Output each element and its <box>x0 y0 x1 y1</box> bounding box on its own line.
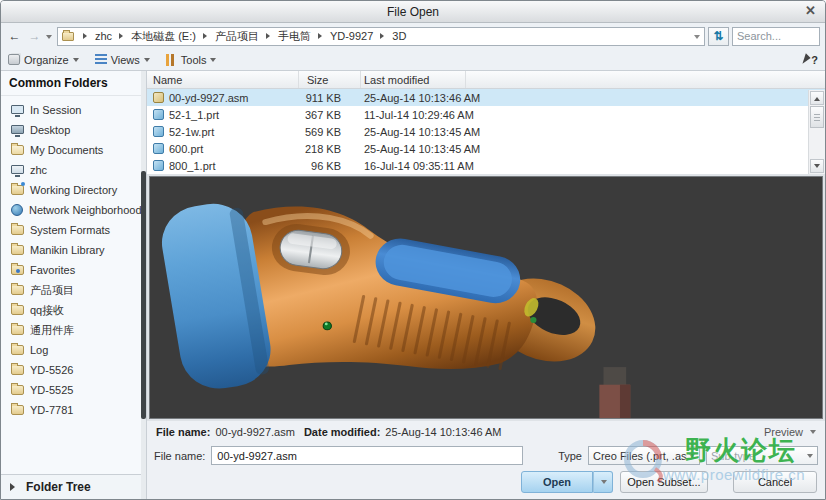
table-scrollbar[interactable] <box>808 90 825 174</box>
preview-3d-viewport[interactable] <box>149 176 823 419</box>
close-icon[interactable]: ✕ <box>805 4 816 18</box>
sidebar-item[interactable]: YD-5525 <box>1 380 146 400</box>
open-options-caret[interactable] <box>593 471 613 493</box>
breadcrumb-segment[interactable]: 3D <box>373 30 406 42</box>
subtype-dropdown[interactable]: Sub-type <box>706 446 818 465</box>
sidebar-scrollbar-thumb[interactable] <box>141 171 146 419</box>
column-header-modified[interactable]: Last modified <box>361 71 466 88</box>
views-icon <box>95 54 107 65</box>
file-table: Name Size Last modified 00-yd-9927.asm 9… <box>147 71 825 174</box>
preview-toggle[interactable]: Preview <box>764 426 816 438</box>
history-caret-icon[interactable] <box>46 35 52 42</box>
search-input[interactable] <box>732 27 820 46</box>
sidebar-item-icon <box>11 285 24 295</box>
table-row[interactable]: 52-1_1.prt 367 KB 11-Jul-14 10:29:46 AM <box>147 106 825 123</box>
sidebar-item[interactable]: In Session <box>1 100 146 120</box>
file-type-icon <box>153 92 164 103</box>
sidebar-item[interactable]: Manikin Library <box>1 240 146 260</box>
back-arrow-icon[interactable]: ← <box>6 28 23 45</box>
sidebar-item[interactable]: 产品项目 <box>1 280 146 300</box>
sidebar-item[interactable]: qq接收 <box>1 300 146 320</box>
sidebar-item-icon <box>11 165 24 174</box>
preview-frame <box>147 174 825 421</box>
table-header: Name Size Last modified <box>147 71 825 89</box>
type-dropdown[interactable]: Creo Files (.prt, .asm <box>588 446 700 465</box>
tools-menu[interactable]: Tools <box>166 54 217 66</box>
sidebar-item-icon <box>11 105 24 114</box>
open-subset-button[interactable]: Open Subset... <box>620 471 708 493</box>
organize-menu[interactable]: Organize <box>8 54 79 66</box>
sidebar-item[interactable]: System Formats <box>1 220 146 240</box>
breadcrumb-separator-icon <box>318 33 325 39</box>
sidebar-item-icon <box>11 204 23 216</box>
column-header-name[interactable]: Name <box>147 71 299 88</box>
sidebar-item[interactable]: 通用件库 <box>1 320 146 340</box>
buttons-row: Open Open Subset... Cancel <box>147 469 825 499</box>
filename-input[interactable] <box>211 446 523 465</box>
breadcrumb-segment[interactable]: 本地磁盘 (E:) <box>112 29 196 44</box>
breadcrumb-separator-icon <box>119 33 126 39</box>
sidebar-item[interactable]: YD-5526 <box>1 360 146 380</box>
refresh-icon[interactable]: ⇅ <box>708 27 729 46</box>
sidebar-item-icon <box>11 265 24 275</box>
sidebar-item[interactable]: Favorites <box>1 260 146 280</box>
context-help-icon[interactable]: ? <box>804 54 818 66</box>
sidebar-item-icon <box>11 225 24 235</box>
breadcrumb-segment[interactable]: zhc <box>76 30 112 42</box>
views-menu[interactable]: Views <box>95 54 150 66</box>
toolbar: Organize Views Tools ? <box>1 49 825 71</box>
title-bar[interactable]: File Open ✕ <box>1 1 825 23</box>
sidebar-item[interactable]: Network Neighborhood <box>1 200 146 220</box>
sidebar-item[interactable]: Desktop <box>1 120 146 140</box>
selected-file-name: 00-yd-9927.asm <box>215 426 295 438</box>
dialog-body: Common Folders In Session Desktop <box>1 71 825 499</box>
column-header-filler <box>466 71 825 88</box>
table-row[interactable]: 52-1w.prt 569 KB 25-Aug-14 10:13:45 AM <box>147 123 825 140</box>
sidebar-header: Common Folders <box>1 71 146 96</box>
address-bar: ← → zhc 本地磁盘 (E:) <box>1 23 825 49</box>
address-dropdown-caret-icon[interactable] <box>694 35 700 42</box>
table-row[interactable]: 00-yd-9927.asm 911 KB 25-Aug-14 10:13:46… <box>147 89 825 106</box>
sidebar-item[interactable]: Log <box>1 340 146 360</box>
sidebar-item[interactable]: Working Directory <box>1 180 146 200</box>
sidebar: Common Folders In Session Desktop <box>1 71 147 499</box>
flashlight-3d-model <box>150 177 822 418</box>
cancel-button[interactable]: Cancel <box>733 471 817 493</box>
sidebar-item-icon <box>11 325 24 335</box>
table-row[interactable]: 800_1.prt 96 KB 16-Jul-14 09:35:11 AM <box>147 157 825 174</box>
chevron-down-icon <box>810 430 816 437</box>
forward-arrow-icon[interactable]: → <box>26 28 43 45</box>
open-button[interactable]: Open <box>521 471 593 493</box>
sidebar-item[interactable]: My Documents <box>1 140 146 160</box>
selected-file-date: 25-Aug-14 10:13:46 AM <box>385 426 501 438</box>
chevron-down-icon <box>144 58 150 65</box>
scroll-down-icon[interactable] <box>810 159 824 173</box>
folder-icon <box>62 32 74 41</box>
sidebar-scrollbar[interactable] <box>141 71 146 499</box>
dialog-title: File Open <box>387 5 439 19</box>
sidebar-item-icon <box>11 345 24 355</box>
table-scrollbar-thumb[interactable] <box>810 106 824 128</box>
chevron-down-icon <box>73 58 79 65</box>
table-row[interactable]: 600.prt 218 KB 25-Aug-14 10:13:45 AM <box>147 140 825 157</box>
folder-tree-toggle[interactable]: Folder Tree <box>1 474 146 499</box>
file-type-icon <box>153 143 164 154</box>
scroll-up-icon[interactable] <box>810 91 824 105</box>
breadcrumb-separator-icon <box>266 33 273 39</box>
breadcrumb-segment[interactable]: YD-9927 <box>311 30 373 42</box>
sidebar-item-icon <box>11 125 24 134</box>
file-open-dialog: File Open ✕ ← → zhc 本地磁盘 (E:) <box>0 0 826 500</box>
filename-row: File name: Type Creo Files (.prt, .asm S… <box>147 442 825 469</box>
sidebar-item[interactable]: YD-7781 <box>1 400 146 420</box>
selection-info-bar: File name: 00-yd-9927.asm Date modified:… <box>147 421 825 442</box>
column-header-size[interactable]: Size <box>299 71 361 88</box>
breadcrumb-segment[interactable]: 产品项目 <box>196 29 259 44</box>
breadcrumb[interactable]: zhc 本地磁盘 (E:) 产品项目 手电筒 <box>57 27 705 46</box>
breadcrumb-segment[interactable]: 手电筒 <box>259 29 311 44</box>
sidebar-item-icon <box>11 145 24 155</box>
sidebar-item[interactable]: zhc <box>1 160 146 180</box>
file-type-icon <box>153 160 164 171</box>
sidebar-item-icon <box>11 385 24 395</box>
organize-icon <box>8 54 20 65</box>
table-body: 00-yd-9927.asm 911 KB 25-Aug-14 10:13:46… <box>147 89 825 174</box>
